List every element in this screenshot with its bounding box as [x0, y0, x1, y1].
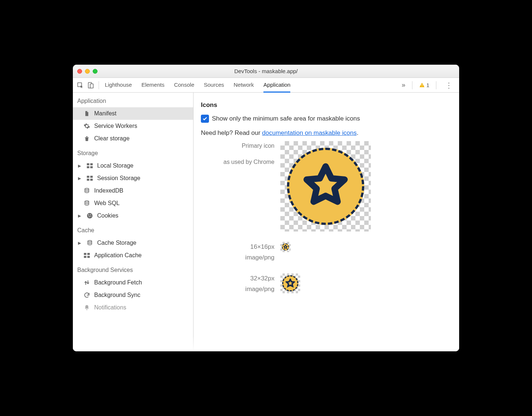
svg-rect-23 [84, 256, 86, 258]
sidebar-item-manifest[interactable]: Manifest [73, 107, 193, 120]
sidebar-item-label: Manifest [94, 110, 116, 117]
cookie-icon [86, 212, 93, 219]
icon-size-label: 16×16px [201, 242, 274, 252]
checkbox-label: Show only the minimum safe area for mask… [212, 115, 360, 122]
primary-icon-preview [280, 141, 371, 232]
more-menu-icon[interactable]: ⋮ [443, 81, 455, 90]
svg-rect-12 [90, 179, 93, 180]
chevron-right-icon: ▶ [78, 176, 82, 181]
help-text: Need help? Read our documentation on mas… [201, 129, 452, 137]
database-icon [86, 240, 93, 246]
sidebar-item-bg-fetch[interactable]: Background Fetch [73, 276, 193, 289]
updown-icon [83, 279, 91, 286]
sidebar-item-cookies[interactable]: ▶ Cookies [73, 209, 193, 222]
body: Application Manifest Service Workers Cle… [73, 93, 459, 351]
trash-icon [83, 135, 91, 142]
sidebar-item-websql[interactable]: Web SQL [73, 197, 193, 209]
sidebar-section-cache: Cache [73, 222, 193, 237]
sidebar-item-label: Session Storage [97, 175, 140, 182]
svg-rect-8 [90, 166, 93, 168]
tab-console[interactable]: Console [174, 78, 194, 93]
chevron-right-icon: ▶ [78, 214, 82, 218]
sidebar-item-label: Service Workers [94, 123, 137, 129]
file-icon [83, 110, 91, 117]
warnings-count: 1 [426, 82, 429, 88]
window-title: DevTools - maskable.app/ [73, 68, 459, 74]
sidebar-item-application-cache[interactable]: Application Cache [73, 249, 193, 262]
svg-rect-2 [90, 84, 93, 88]
svg-rect-22 [87, 253, 90, 255]
docs-link[interactable]: documentation on maskable icons [262, 129, 357, 136]
sidebar-item-indexeddb[interactable]: IndexedDB [73, 184, 193, 197]
traffic-lights [77, 69, 97, 73]
primary-icon-label: Primary icon as used by Chrome [201, 141, 274, 166]
grid-icon [83, 253, 91, 258]
svg-rect-6 [90, 163, 93, 165]
grid-icon [86, 176, 93, 181]
icon-row-32: 32×32px image/png [201, 273, 452, 295]
sidebar-item-label: IndexedDB [94, 187, 123, 194]
svg-rect-21 [84, 253, 86, 255]
panel-tabs: Lighthouse Elements Console Sources Netw… [102, 78, 290, 93]
inspect-element-icon[interactable] [75, 82, 85, 89]
sidebar-section-application: Application [73, 93, 193, 107]
sidebar-item-label: Background Fetch [94, 279, 142, 286]
icon-preview-16 [280, 242, 291, 252]
safe-area-checkbox-row[interactable]: Show only the minimum safe area for mask… [201, 115, 452, 123]
warnings-badge[interactable]: 1 [419, 82, 429, 88]
tab-elements[interactable]: Elements [141, 78, 164, 93]
icon-preview-32 [280, 273, 300, 293]
sidebar-section-bg-services: Background Services [73, 262, 193, 276]
sidebar-item-label: Notifications [94, 304, 126, 311]
titlebar: DevTools - maskable.app/ [73, 65, 459, 78]
sidebar-item-label: Cookies [97, 212, 118, 219]
svg-point-20 [88, 240, 92, 242]
sidebar-item-label: Application Cache [94, 252, 142, 259]
sidebar-item-label: Background Sync [94, 292, 140, 298]
sidebar-item-label: Cache Storage [97, 240, 136, 246]
svg-point-18 [89, 216, 89, 217]
svg-rect-11 [87, 179, 89, 180]
main-panel: Icons Show only the minimum safe area fo… [194, 93, 459, 351]
svg-rect-4 [422, 86, 422, 86]
svg-rect-24 [87, 256, 90, 258]
sidebar: Application Manifest Service Workers Cle… [73, 93, 194, 351]
icon-row-16: 16×16px image/png [201, 242, 452, 263]
device-toggle-icon[interactable] [85, 82, 96, 89]
toolbar-separator [412, 81, 412, 89]
svg-point-14 [85, 201, 89, 202]
sidebar-item-bg-sync[interactable]: Background Sync [73, 289, 193, 301]
svg-point-17 [90, 214, 91, 215]
close-window-button[interactable] [77, 69, 82, 73]
toolbar: Lighthouse Elements Console Sources Netw… [73, 78, 459, 93]
svg-rect-7 [87, 166, 89, 168]
sync-icon [83, 292, 91, 298]
icon-size-label: 32×32px [201, 273, 274, 284]
chevron-right-icon: ▶ [78, 241, 82, 245]
sidebar-item-service-workers[interactable]: Service Workers [73, 120, 193, 132]
chevron-right-icon: ▶ [78, 164, 82, 168]
tab-sources[interactable]: Sources [204, 78, 224, 93]
svg-point-16 [88, 214, 89, 215]
sidebar-item-clear-storage[interactable]: Clear storage [73, 132, 193, 145]
sidebar-item-label: Local Storage [97, 162, 134, 169]
sidebar-item-local-storage[interactable]: ▶ Local Storage [73, 159, 193, 172]
zoom-window-button[interactable] [93, 69, 97, 73]
bell-icon [83, 304, 91, 311]
tab-network[interactable]: Network [234, 78, 254, 93]
tab-application[interactable]: Application [263, 78, 290, 93]
svg-point-13 [85, 188, 89, 190]
toolbar-separator [99, 81, 99, 89]
checkbox-checked-icon[interactable] [201, 115, 209, 123]
tab-lighthouse[interactable]: Lighthouse [105, 78, 132, 93]
tabs-overflow-button[interactable]: » [402, 81, 405, 89]
sidebar-item-session-storage[interactable]: ▶ Session Storage [73, 172, 193, 184]
icon-mime-label: image/png [201, 284, 274, 295]
section-heading: Icons [201, 101, 452, 109]
sidebar-item-cache-storage[interactable]: ▶ Cache Storage [73, 237, 193, 249]
svg-rect-5 [87, 163, 89, 165]
svg-rect-10 [90, 176, 93, 177]
sidebar-item-notifications[interactable]: Notifications [73, 301, 193, 314]
minimize-window-button[interactable] [85, 69, 90, 73]
sidebar-item-label: Clear storage [94, 135, 130, 142]
